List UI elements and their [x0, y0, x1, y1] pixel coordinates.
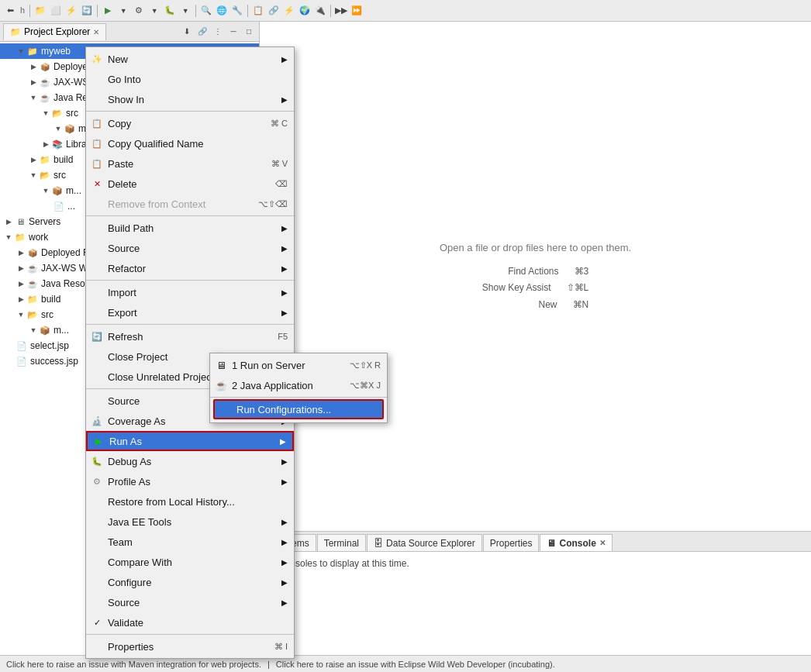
menu-team[interactable]: Team ▶ [86, 532, 294, 552]
menu-import[interactable]: Import ▶ [86, 282, 294, 302]
toolbar-sep-4 [247, 5, 248, 17]
toolbar-icon-18[interactable]: ⏩ [350, 4, 364, 18]
submenu-run-on-server[interactable]: 🖥 1 Run on Server ⌥⇧X R [210, 355, 387, 375]
collapse-all-icon[interactable]: ⬇ [180, 25, 194, 39]
menu-paste[interactable]: 📋 Paste ⌘ V [86, 153, 294, 174]
delete-icon: ✕ [91, 177, 103, 190]
minimize-icon[interactable]: ─ [226, 25, 240, 39]
menu-copy[interactable]: 📋 Copy ⌘ C [86, 113, 294, 133]
jsp-icon2: 📄 [16, 355, 28, 367]
run-on-server-shortcut: ⌥⇧X R [350, 360, 381, 370]
sep-6 [86, 634, 294, 635]
tab-properties[interactable]: Properties [483, 534, 540, 551]
toolbar-icon-7[interactable]: 🐛 [163, 4, 177, 18]
datasource-tab-icon: 🗄 [374, 538, 383, 549]
debug-as-arrow: ▶ [281, 457, 288, 466]
toolbar-icon-10[interactable]: 🌐 [215, 4, 229, 18]
menu-restore-history[interactable]: Restore from Local History... [86, 491, 294, 512]
maximize-icon[interactable]: □ [242, 25, 256, 39]
menu-copy-qualified[interactable]: 📋 Copy Qualified Name [86, 133, 294, 153]
copy-q-icon: 📋 [91, 137, 103, 150]
new-arrow: ▶ [281, 55, 288, 64]
console-tab-icon: 🖥 [547, 538, 556, 549]
menu-export[interactable]: Export ▶ [86, 302, 294, 322]
toolbar-icon-8[interactable]: ▼ [178, 4, 192, 18]
right-panel: Open a file or drop files here to open t… [260, 22, 811, 655]
work-icon: 📁 [14, 231, 26, 243]
panel-tab-icons: ⬇ 🔗 ⋮ ─ □ [180, 25, 256, 39]
toolbar-run-dropdown[interactable]: ▼ [116, 4, 130, 18]
import-label: Import [108, 287, 136, 298]
panel-tab-bar: 📁 Project Explorer ✕ ⬇ 🔗 ⋮ ─ □ [0, 22, 259, 42]
menu-delete[interactable]: ✕ Delete ⌫ [86, 174, 294, 194]
tab-terminal[interactable]: Terminal [317, 534, 366, 551]
menu-source-3[interactable]: Source ▶ [86, 592, 294, 612]
menu-properties[interactable]: Properties ⌘ I [86, 636, 294, 656]
toolbar-icon-5[interactable]: ⚙ [132, 4, 146, 18]
menu-debug-as[interactable]: 🐛 Debug As ▶ [86, 451, 294, 471]
run-on-server-label: 1 Run on Server [232, 360, 305, 371]
remove-context-label: Remove from Context [108, 198, 205, 210]
profile-as-arrow: ▶ [281, 477, 288, 486]
tab-datasource[interactable]: 🗄 Data Source Explorer [367, 534, 482, 551]
project-explorer-close[interactable]: ✕ [93, 28, 99, 36]
editor-area: Open a file or drop files here to open t… [260, 22, 811, 531]
view-menu-icon[interactable]: ⋮ [211, 25, 225, 39]
submenu-run-config[interactable]: Run Configurations... [213, 399, 384, 419]
toolbar-icon-14[interactable]: ⚡ [282, 4, 296, 18]
toolbar-run-icon[interactable]: ▶ [101, 4, 115, 18]
java-ee-tools-arrow: ▶ [281, 518, 288, 526]
toolbar-icon-11[interactable]: 🔧 [230, 4, 244, 18]
toolbar-icon-2[interactable]: ⬜ [49, 4, 63, 18]
menu-compare-with[interactable]: Compare With ▶ [86, 552, 294, 572]
toolbar-icon-12[interactable]: 📋 [251, 4, 265, 18]
menu-go-into[interactable]: Go Into [86, 69, 294, 89]
toolbar-icon-6[interactable]: ▼ [147, 4, 161, 18]
toolbar-icon-9[interactable]: 🔍 [199, 4, 213, 18]
debug-as-label: Debug As [108, 456, 151, 467]
menu-new[interactable]: ✨ New ▶ [86, 49, 294, 69]
toolbar-icon-3[interactable]: ⚡ [64, 4, 78, 18]
menu-profile-as[interactable]: ⚙ Profile As ▶ [86, 471, 294, 491]
link-editor-icon[interactable]: 🔗 [195, 25, 209, 39]
package-icon3: 📦 [39, 324, 51, 336]
toolbar-icon-4[interactable]: 🔄 [80, 4, 94, 18]
toolbar-back-icon[interactable]: ⬅ [3, 4, 17, 18]
project-explorer-tab[interactable]: 📁 Project Explorer ✕ [3, 23, 106, 40]
folder-icon: 📁 [26, 45, 39, 57]
toolbar-icon-13[interactable]: 🔗 [267, 4, 281, 18]
submenu-java-app[interactable]: ☕ 2 Java Application ⌥⌘X J [210, 375, 387, 395]
menu-java-ee-tools[interactable]: Java EE Tools ▶ [86, 512, 294, 532]
toolbar-icon-17[interactable]: ▶▶ [334, 4, 348, 18]
build-path-arrow: ▶ [281, 224, 288, 233]
refresh-icon: 🔄 [91, 330, 103, 343]
status-link-1[interactable]: here [27, 660, 44, 669]
tab-console[interactable]: 🖥 Console ✕ [540, 534, 612, 551]
sep-4 [86, 324, 294, 325]
menu-refresh[interactable]: 🔄 Refresh F5 [86, 326, 294, 346]
menu-build-path[interactable]: Build Path ▶ [86, 218, 294, 238]
console-content: No consoles to display at this time. [260, 552, 811, 655]
project-explorer-icon: 📁 [10, 27, 21, 37]
menu-run-as[interactable]: ▶ Run As ▶ [86, 431, 294, 451]
menu-refactor[interactable]: Refactor ▶ [86, 258, 294, 278]
copy-shortcut: ⌘ C [271, 119, 288, 129]
menu-source-1[interactable]: Source ▶ [86, 238, 294, 258]
compare-with-arrow: ▶ [281, 558, 288, 567]
toolbar-icon-15[interactable]: 🌍 [298, 4, 312, 18]
status-sep: | [267, 660, 270, 669]
status-link-2[interactable]: here [297, 660, 314, 669]
menu-show-in[interactable]: Show In ▶ [86, 89, 294, 109]
editor-hint-open: Open a file or drop files here to open t… [440, 239, 631, 257]
toolbar-icon-16[interactable]: 🔌 [313, 4, 327, 18]
console-tab-close[interactable]: ✕ [599, 539, 606, 547]
menu-validate[interactable]: ✓ Validate [86, 612, 294, 632]
project-explorer-label: Project Explorer [24, 26, 90, 37]
refresh-shortcut: F5 [278, 332, 288, 341]
toolbar-icon-1[interactable]: 📁 [33, 4, 47, 18]
team-label: Team [108, 536, 133, 548]
server-icon: 🖥 [14, 215, 26, 228]
source-1-label: Source [108, 243, 140, 254]
close-unrelated-label: Close Unrelated Projects [108, 371, 219, 383]
menu-configure[interactable]: Configure ▶ [86, 572, 294, 592]
